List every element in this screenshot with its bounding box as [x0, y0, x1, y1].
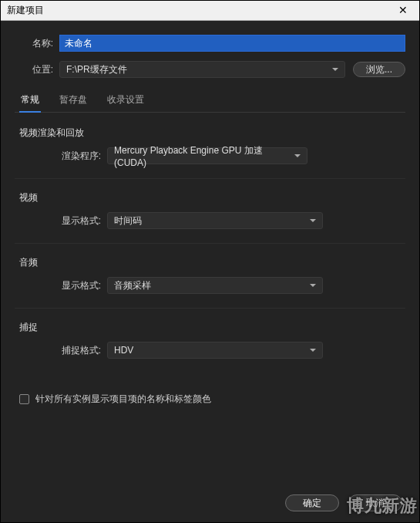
section-render: 视频渲染和回放 渲染程序: Mercury Playback Engine GP… [15, 120, 405, 179]
display-names-checkbox-row: 针对所有实例显示项目项的名称和标签颜色 [15, 393, 405, 406]
section-capture-title: 捕捉 [19, 321, 401, 334]
video-format-row: 显示格式: 时间码 [19, 212, 401, 229]
location-label: 位置: [15, 63, 59, 76]
section-video-title: 视频 [19, 191, 401, 204]
tab-ingest-settings[interactable]: 收录设置 [106, 90, 146, 112]
browse-button[interactable]: 浏览... [353, 62, 405, 77]
audio-format-label: 显示格式: [55, 279, 107, 292]
display-names-label: 针对所有实例显示项目项的名称和标签颜色 [35, 393, 211, 406]
section-capture: 捕捉 捕捉格式: HDV [15, 315, 405, 373]
title-bar: 新建项目 ✕ [1, 1, 419, 21]
capture-format-label: 捕捉格式: [55, 344, 107, 357]
tab-scratch-disks[interactable]: 暂存盘 [58, 90, 89, 112]
renderer-row: 渲染程序: Mercury Playback Engine GPU 加速 (CU… [19, 147, 401, 164]
cancel-button[interactable]: 取消 [348, 494, 402, 511]
section-render-title: 视频渲染和回放 [19, 127, 401, 140]
new-project-dialog: 新建项目 ✕ 名称: 未命名 位置: F:\PR缓存文件 浏览... 常规 暂存… [0, 0, 420, 523]
audio-format-dropdown[interactable]: 音频采样 [107, 277, 323, 294]
close-button[interactable]: ✕ [393, 3, 413, 19]
location-dropdown[interactable]: F:\PR缓存文件 [59, 61, 345, 78]
chevron-down-icon [332, 68, 338, 71]
name-label: 名称: [15, 37, 59, 50]
window-title: 新建项目 [7, 4, 44, 17]
renderer-label: 渲染程序: [55, 150, 107, 163]
video-format-dropdown[interactable]: 时间码 [107, 212, 323, 229]
content-area: 名称: 未命名 位置: F:\PR缓存文件 浏览... 常规 暂存盘 收录设置 … [1, 21, 419, 522]
video-format-value: 时间码 [114, 214, 142, 228]
video-format-label: 显示格式: [55, 214, 107, 228]
name-row: 名称: 未命名 [15, 35, 405, 52]
chevron-down-icon [310, 219, 316, 222]
chevron-down-icon [294, 154, 301, 157]
renderer-value: Mercury Playback Engine GPU 加速 (CUDA) [114, 144, 294, 168]
tabs: 常规 暂存盘 收录设置 [15, 87, 405, 113]
section-audio: 音频 显示格式: 音频采样 [15, 250, 405, 309]
section-video: 视频 显示格式: 时间码 [15, 185, 405, 244]
capture-format-row: 捕捉格式: HDV [19, 342, 401, 359]
chevron-down-icon [310, 284, 316, 287]
capture-format-value: HDV [114, 345, 133, 356]
ok-button[interactable]: 确定 [285, 494, 339, 511]
location-row: 位置: F:\PR缓存文件 浏览... [15, 61, 405, 78]
renderer-dropdown[interactable]: Mercury Playback Engine GPU 加速 (CUDA) [107, 147, 307, 164]
footer: 确定 取消 [15, 485, 405, 522]
audio-format-row: 显示格式: 音频采样 [19, 277, 401, 294]
audio-format-value: 音频采样 [114, 279, 151, 292]
display-names-checkbox[interactable] [19, 394, 29, 404]
chevron-down-icon [310, 349, 316, 352]
capture-format-dropdown[interactable]: HDV [107, 342, 323, 359]
tab-general[interactable]: 常规 [19, 90, 41, 113]
section-audio-title: 音频 [19, 256, 401, 269]
name-input[interactable]: 未命名 [59, 35, 405, 52]
location-value: F:\PR缓存文件 [66, 63, 127, 76]
